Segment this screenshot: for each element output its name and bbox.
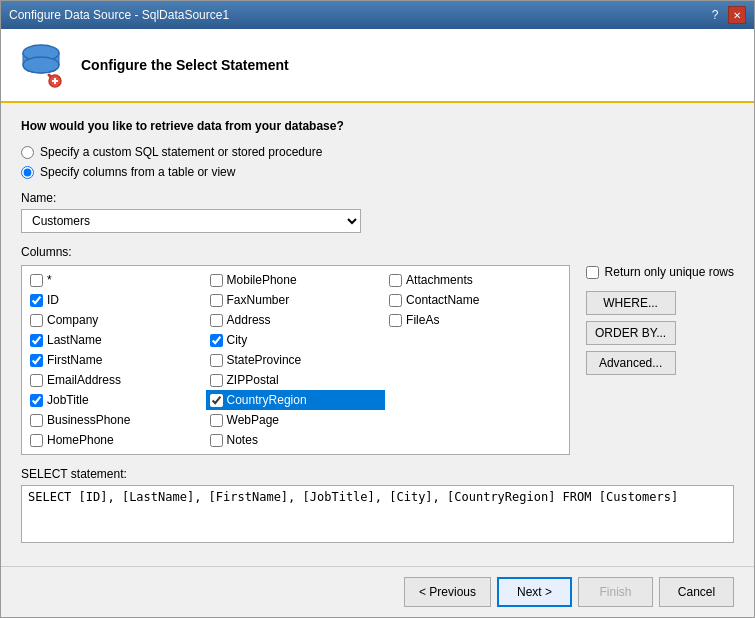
column-item[interactable]: FirstName	[26, 350, 206, 370]
column-checkbox[interactable]	[210, 434, 223, 447]
sql-section: SELECT statement: SELECT [ID], [LastName…	[21, 467, 734, 543]
column-label: ZIPPostal	[227, 373, 279, 387]
radio-sql-item: Specify a custom SQL statement or stored…	[21, 145, 734, 159]
column-item[interactable]: WebPage	[206, 410, 386, 430]
column-item[interactable]: ZIPPostal	[206, 370, 386, 390]
where-button[interactable]: WHERE...	[586, 291, 676, 315]
column-item[interactable]: FaxNumber	[206, 290, 386, 310]
column-item[interactable]: City	[206, 330, 386, 350]
column-checkbox[interactable]	[30, 394, 43, 407]
footer: < Previous Next > Finish Cancel	[1, 566, 754, 617]
sql-wrapper: SELECT [ID], [LastName], [FirstName], [J…	[21, 485, 734, 543]
help-button[interactable]: ?	[706, 6, 724, 24]
unique-row-check: Return only unique rows	[586, 265, 734, 279]
radio-sql-label: Specify a custom SQL statement or stored…	[40, 145, 322, 159]
columns-box: *MobilePhoneAttachmentsIDFaxNumberContac…	[21, 265, 570, 455]
column-checkbox[interactable]	[210, 414, 223, 427]
column-label: Address	[227, 313, 271, 327]
column-label: JobTitle	[47, 393, 89, 407]
radio-columns-label: Specify columns from a table or view	[40, 165, 235, 179]
column-label: ID	[47, 293, 59, 307]
column-checkbox[interactable]	[30, 294, 43, 307]
column-item[interactable]: Address	[206, 310, 386, 330]
title-controls: ? ✕	[706, 6, 746, 24]
column-label: Attachments	[406, 273, 473, 287]
column-checkbox[interactable]	[389, 314, 402, 327]
column-item[interactable]: MobilePhone	[206, 270, 386, 290]
question-text: How would you like to retrieve data from…	[21, 119, 734, 133]
column-item[interactable]: BusinessPhone	[26, 410, 206, 430]
column-label: City	[227, 333, 248, 347]
column-checkbox[interactable]	[30, 354, 43, 367]
column-checkbox[interactable]	[210, 314, 223, 327]
column-label: FirstName	[47, 353, 102, 367]
column-checkbox[interactable]	[30, 414, 43, 427]
datasource-icon	[17, 41, 65, 89]
name-label: Name:	[21, 191, 734, 205]
close-button[interactable]: ✕	[728, 6, 746, 24]
column-item[interactable]: CountryRegion	[206, 390, 386, 410]
window-title: Configure Data Source - SqlDataSource1	[9, 8, 229, 22]
column-label: *	[47, 273, 52, 287]
column-label: StateProvince	[227, 353, 302, 367]
column-label: Company	[47, 313, 98, 327]
column-checkbox[interactable]	[210, 374, 223, 387]
column-item[interactable]: StateProvince	[206, 350, 386, 370]
column-checkbox[interactable]	[30, 434, 43, 447]
column-item[interactable]: Notes	[206, 430, 386, 450]
orderby-button[interactable]: ORDER BY...	[586, 321, 676, 345]
column-checkbox[interactable]	[30, 374, 43, 387]
column-label: WebPage	[227, 413, 279, 427]
cancel-button[interactable]: Cancel	[659, 577, 734, 607]
column-item[interactable]: Company	[26, 310, 206, 330]
previous-button[interactable]: < Previous	[404, 577, 491, 607]
main-window: Configure Data Source - SqlDataSource1 ?…	[0, 0, 755, 618]
column-item[interactable]: EmailAddress	[26, 370, 206, 390]
column-label: LastName	[47, 333, 102, 347]
column-label: EmailAddress	[47, 373, 121, 387]
column-checkbox[interactable]	[389, 294, 402, 307]
columns-label: Columns:	[21, 245, 734, 259]
column-checkbox[interactable]	[210, 394, 223, 407]
column-item[interactable]: FileAs	[385, 310, 565, 330]
radio-columns-item: Specify columns from a table or view	[21, 165, 734, 179]
column-item[interactable]: LastName	[26, 330, 206, 350]
svg-point-1	[23, 57, 59, 73]
column-checkbox[interactable]	[210, 274, 223, 287]
columns-section: Columns: *MobilePhoneAttachmentsIDFaxNum…	[21, 245, 734, 455]
column-item[interactable]: *	[26, 270, 206, 290]
column-checkbox[interactable]	[30, 334, 43, 347]
column-label: BusinessPhone	[47, 413, 130, 427]
column-label: HomePhone	[47, 433, 114, 447]
column-item[interactable]: ContactName	[385, 290, 565, 310]
column-checkbox[interactable]	[389, 274, 402, 287]
column-item[interactable]: ID	[26, 290, 206, 310]
column-checkbox[interactable]	[210, 354, 223, 367]
columns-and-options: *MobilePhoneAttachmentsIDFaxNumberContac…	[21, 265, 734, 455]
name-dropdown[interactable]: Customers	[21, 209, 361, 233]
column-label: Notes	[227, 433, 258, 447]
sql-display: SELECT [ID], [LastName], [FirstName], [J…	[21, 485, 734, 543]
options-panel: Return only unique rows WHERE... ORDER B…	[586, 265, 734, 375]
column-checkbox[interactable]	[30, 314, 43, 327]
column-checkbox[interactable]	[210, 334, 223, 347]
column-item[interactable]: HomePhone	[26, 430, 206, 450]
radio-sql[interactable]	[21, 146, 34, 159]
content-area: How would you like to retrieve data from…	[1, 103, 754, 566]
unique-rows-checkbox[interactable]	[586, 266, 599, 279]
advanced-button[interactable]: Advanced...	[586, 351, 676, 375]
finish-button[interactable]: Finish	[578, 577, 653, 607]
column-checkbox[interactable]	[210, 294, 223, 307]
column-checkbox[interactable]	[30, 274, 43, 287]
column-label: CountryRegion	[227, 393, 307, 407]
radio-columns[interactable]	[21, 166, 34, 179]
column-label: ContactName	[406, 293, 479, 307]
next-button[interactable]: Next >	[497, 577, 572, 607]
name-row: Name: Customers	[21, 191, 734, 233]
column-item[interactable]: Attachments	[385, 270, 565, 290]
column-label: FaxNumber	[227, 293, 290, 307]
column-label: FileAs	[406, 313, 439, 327]
column-label: MobilePhone	[227, 273, 297, 287]
column-item[interactable]: JobTitle	[26, 390, 206, 410]
unique-rows-label: Return only unique rows	[605, 265, 734, 279]
